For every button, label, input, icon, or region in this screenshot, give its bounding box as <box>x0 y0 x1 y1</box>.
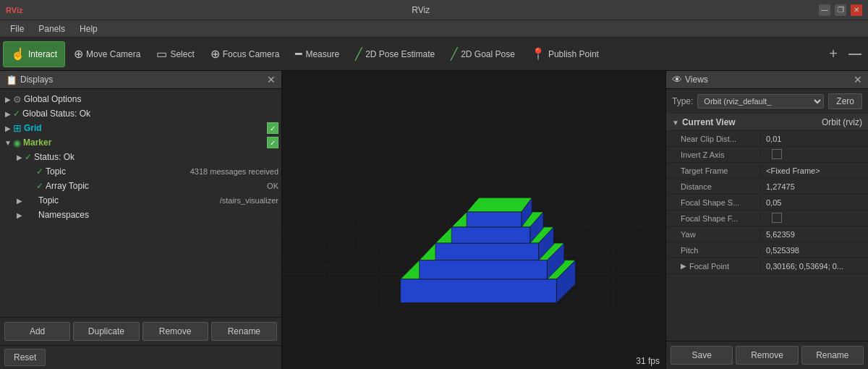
tool-publish-point[interactable]: 📍 Publish Point <box>524 41 606 67</box>
app-logo: RViz <box>6 6 22 14</box>
tree-item-marker[interactable]: ▼ ◉ Marker <box>0 135 281 150</box>
tool-publish-point-label: Publish Point <box>548 49 599 59</box>
focal-shape-s-value[interactable]: 0,05 <box>760 197 868 208</box>
distance-name: Distance <box>666 181 760 192</box>
invert-z-checkbox[interactable] <box>772 149 782 159</box>
views-panel-title: 👁 Views <box>672 74 708 85</box>
global-options-label: Global Options <box>24 94 281 104</box>
topic2-value: /stairs_visualizer <box>220 196 278 205</box>
minimize-button[interactable]: — <box>819 4 830 16</box>
type-label: Type: <box>672 96 693 106</box>
focal-shape-s-name: Focal Shape S... <box>666 197 760 208</box>
global-options-toggle: ▶ <box>3 96 13 103</box>
tree-item-topic2[interactable]: ▶ Topic /stairs_visualizer <box>0 193 281 208</box>
prop-invert-z: Invert Z Axis <box>666 147 868 163</box>
tool-measure-label: Measure <box>305 49 339 59</box>
prop-target-frame: Target Frame <Fixed Frame> <box>666 163 868 179</box>
tree-item-status-ok[interactable]: ▶ ✓ Status: Ok <box>0 150 281 164</box>
displays-panel-buttons: Add Duplicate Remove Rename <box>0 317 281 345</box>
focal-point-value[interactable]: 0,30166; 0,53694; 0... <box>760 260 868 272</box>
displays-close-button[interactable]: ✕ <box>267 74 276 85</box>
window-title: RViz <box>22 5 819 15</box>
grid-icon: ⊞ <box>13 122 22 134</box>
pitch-value[interactable]: 0,525398 <box>760 245 868 256</box>
views-close-button[interactable]: ✕ <box>854 74 862 85</box>
tool-interact[interactable]: ☝ Interact <box>3 41 65 67</box>
2d-pose-icon: ╱ <box>355 47 362 61</box>
reset-button[interactable]: Reset <box>4 349 46 366</box>
array-topic-icon: ✓ <box>36 181 43 191</box>
view-type-row: Type: Orbit (rviz_default_ Zero <box>666 89 868 114</box>
tree-item-global-status[interactable]: ▶ ✓ Global Status: Ok <box>0 106 281 121</box>
menu-help[interactable]: Help <box>74 22 103 35</box>
menu-file[interactable]: File <box>4 22 30 35</box>
remove-button[interactable]: Remove <box>142 322 208 341</box>
tool-2d-goal[interactable]: ╱ 2D Goal Pose <box>443 41 522 67</box>
prop-pitch: Pitch 0,525398 <box>666 242 868 258</box>
toolbar-add-button[interactable]: + <box>823 44 843 64</box>
zero-button[interactable]: Zero <box>828 93 862 109</box>
toolbar-remove-button[interactable]: — <box>845 44 865 64</box>
grid-label: Grid <box>24 123 267 133</box>
distance-value[interactable]: 1,27475 <box>760 181 868 192</box>
invert-z-name: Invert Z Axis <box>666 149 760 161</box>
global-status-toggle: ▶ <box>3 110 13 118</box>
tool-interact-label: Interact <box>28 49 57 59</box>
svg-marker-25 <box>401 279 557 303</box>
svg-marker-37 <box>467 212 522 227</box>
topic-value: 4318 messages received <box>190 167 278 176</box>
focal-point-toggle[interactable]: ▶ <box>681 262 686 270</box>
views-panel-header: 👁 Views ✕ <box>666 71 868 89</box>
tree-item-grid[interactable]: ▶ ⊞ Grid <box>0 121 281 135</box>
focus-camera-icon: ⊕ <box>210 47 220 61</box>
close-button[interactable]: ✕ <box>851 4 862 16</box>
main-content: 📋 Displays ✕ ▶ ⚙ Global Options ▶ ✓ Glob… <box>0 71 868 369</box>
target-frame-name: Target Frame <box>666 165 760 177</box>
yaw-value[interactable]: 5,62359 <box>760 229 868 240</box>
topic2-label: Topic <box>38 195 220 205</box>
tool-2d-goal-label: 2D Goal Pose <box>461 49 515 59</box>
tool-select[interactable]: ▭ Select <box>149 41 201 67</box>
focal-shape-f-checkbox[interactable] <box>772 213 782 223</box>
window-controls: — ❐ ✕ <box>819 4 862 16</box>
views-icon: 👁 <box>672 74 682 85</box>
interact-icon: ☝ <box>11 47 25 61</box>
displays-panel: 📋 Displays ✕ ▶ ⚙ Global Options ▶ ✓ Glob… <box>0 71 282 369</box>
topic-icon: ✓ <box>36 166 43 177</box>
tool-measure[interactable]: ━ Measure <box>288 41 346 67</box>
focal-shape-f-name: Focal Shape F... <box>666 213 760 224</box>
type-select[interactable]: Orbit (rviz_default_ <box>697 94 824 109</box>
duplicate-button[interactable]: Duplicate <box>73 322 139 341</box>
near-clip-name: Near Clip Dist... <box>666 133 760 145</box>
add-button[interactable]: Add <box>4 322 70 341</box>
toolbar: ☝ Interact ⊕ Move Camera ▭ Select ⊕ Focu… <box>0 38 868 71</box>
reset-bar: Reset <box>0 345 281 369</box>
near-clip-value[interactable]: 0,01 <box>760 133 868 145</box>
global-options-icon: ⚙ <box>13 94 22 105</box>
namespaces-label: Namespaces <box>38 210 281 220</box>
tool-2d-pose[interactable]: ╱ 2D Pose Estimate <box>348 41 442 67</box>
tree-item-global-options[interactable]: ▶ ⚙ Global Options <box>0 92 281 106</box>
tree-item-array-topic[interactable]: ✓ Array Topic OK <box>0 179 281 193</box>
maximize-button[interactable]: ❐ <box>835 4 846 16</box>
3d-viewport[interactable]: 31 fps <box>282 71 665 369</box>
grid-checkbox[interactable] <box>267 122 278 134</box>
target-frame-value[interactable]: <Fixed Frame> <box>760 165 868 177</box>
tree-item-topic[interactable]: ✓ Topic 4318 messages received <box>0 164 281 179</box>
menu-panels[interactable]: Panels <box>33 22 71 35</box>
focal-point-name: ▶ Focal Point <box>666 260 760 272</box>
marker-checkbox[interactable] <box>267 137 278 148</box>
titlebar: RViz RViz — ❐ ✕ <box>0 0 868 20</box>
svg-marker-28 <box>420 260 548 279</box>
views-remove-button[interactable]: Remove <box>736 346 798 365</box>
views-rename-button[interactable]: Rename <box>801 346 864 365</box>
current-view-header[interactable]: ▼ Current View Orbit (rviz) <box>666 114 868 131</box>
tool-move-camera[interactable]: ⊕ Move Camera <box>67 41 148 67</box>
views-save-button[interactable]: Save <box>671 346 733 365</box>
displays-panel-header: 📋 Displays ✕ <box>0 71 281 89</box>
tool-focus-camera[interactable]: ⊕ Focus Camera <box>203 41 287 67</box>
rename-button[interactable]: Rename <box>211 322 277 341</box>
tree-item-namespaces[interactable]: ▶ Namespaces <box>0 208 281 222</box>
topic2-toggle: ▶ <box>14 197 25 205</box>
marker-toggle: ▼ <box>3 139 13 147</box>
